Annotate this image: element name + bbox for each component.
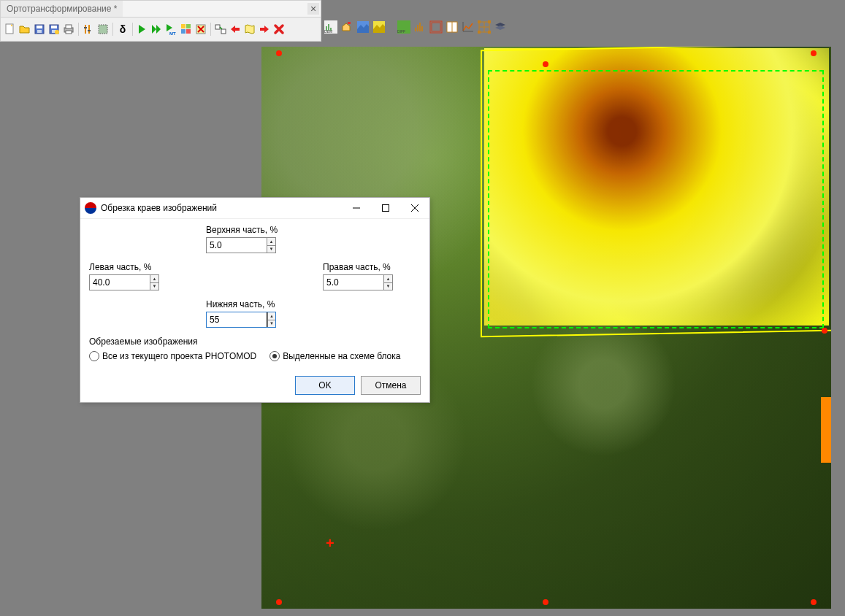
save-as-icon[interactable] bbox=[47, 23, 61, 36]
main-toolbar: Ортотрансформирование * × δ bbox=[0, 0, 321, 42]
minimize-button[interactable] bbox=[346, 201, 367, 215]
secondary-toolbar: DEM DIFF bbox=[324, 20, 507, 34]
spin-up-icon[interactable]: ▲ bbox=[384, 275, 392, 283]
fiducial-mark bbox=[811, 50, 817, 56]
terrain-blue-icon[interactable] bbox=[356, 20, 370, 34]
fiducial-mark bbox=[276, 50, 282, 56]
spin-down-icon[interactable]: ▼ bbox=[268, 320, 275, 328]
diff-green-icon[interactable]: DIFF bbox=[397, 20, 410, 34]
spin-down-icon[interactable]: ▼ bbox=[267, 246, 275, 253]
fiducial-mark bbox=[822, 328, 827, 334]
spin-down-icon[interactable]: ▼ bbox=[384, 283, 392, 290]
chart-line-icon[interactable] bbox=[462, 20, 475, 34]
top-percent-input[interactable] bbox=[207, 238, 267, 253]
fiducial-mark bbox=[543, 61, 548, 67]
svg-rect-37 bbox=[417, 25, 418, 31]
app-icon bbox=[85, 202, 96, 214]
settings-icon[interactable] bbox=[82, 23, 95, 36]
play-icon[interactable] bbox=[136, 23, 149, 36]
map-sheet-icon[interactable] bbox=[243, 23, 256, 36]
svg-rect-9 bbox=[66, 25, 72, 28]
fast-forward-icon[interactable] bbox=[150, 23, 164, 36]
left-percent-input[interactable] bbox=[90, 275, 150, 290]
svg-rect-2 bbox=[37, 26, 42, 28]
svg-rect-51 bbox=[478, 31, 481, 34]
close-x-icon[interactable] bbox=[272, 23, 286, 36]
spin-down-icon[interactable]: ▼ bbox=[150, 283, 158, 290]
stack-icon[interactable] bbox=[494, 20, 507, 34]
spin-up-icon[interactable]: ▲ bbox=[267, 238, 275, 246]
terrain-yellow-icon[interactable] bbox=[372, 20, 386, 34]
dialog-title: Обрезка краев изображений bbox=[101, 203, 346, 213]
svg-rect-36 bbox=[415, 28, 416, 31]
svg-rect-31 bbox=[348, 22, 351, 24]
svg-rect-13 bbox=[84, 27, 87, 28]
delta-icon[interactable]: δ bbox=[116, 23, 129, 36]
svg-rect-11 bbox=[85, 25, 86, 34]
svg-rect-12 bbox=[88, 25, 90, 34]
svg-rect-24 bbox=[234, 28, 240, 31]
save-icon[interactable] bbox=[33, 23, 46, 36]
bottom-percent-spinner[interactable]: ▲▼ bbox=[206, 312, 276, 328]
svg-rect-52 bbox=[488, 31, 491, 34]
arrow-right-red-icon[interactable] bbox=[258, 23, 271, 36]
target-crosshair-icon: + bbox=[326, 536, 340, 550]
histogram-icon[interactable] bbox=[413, 20, 427, 34]
maximize-button[interactable] bbox=[375, 201, 396, 215]
arrow-left-red-icon[interactable] bbox=[229, 23, 242, 36]
radio-icon bbox=[269, 351, 280, 361]
svg-rect-5 bbox=[51, 26, 57, 28]
tab-close-button[interactable]: × bbox=[307, 3, 319, 15]
svg-rect-54 bbox=[383, 205, 389, 212]
ok-button[interactable]: OK bbox=[295, 376, 355, 395]
right-percent-input[interactable] bbox=[324, 275, 383, 290]
open-folder-icon[interactable] bbox=[18, 23, 31, 36]
dem-icon[interactable]: DEM bbox=[324, 20, 337, 34]
house-flag-icon[interactable] bbox=[340, 20, 353, 34]
delete-x-icon[interactable] bbox=[194, 23, 207, 36]
svg-rect-18 bbox=[186, 24, 191, 28]
svg-rect-25 bbox=[260, 28, 265, 31]
ortho-tab[interactable]: Ортотрансформирование * bbox=[1, 1, 123, 17]
svg-rect-39 bbox=[421, 26, 423, 31]
radio-all-project[interactable]: Все из текущего проекта PHOTOMOD bbox=[89, 351, 256, 361]
page-split-icon[interactable] bbox=[446, 20, 459, 34]
crop-edges-dialog: Обрезка краев изображений Верхняя часть,… bbox=[80, 197, 430, 403]
radio-selected-scheme[interactable]: Выделенные на схеме блока bbox=[269, 351, 400, 361]
svg-text:DIFF: DIFF bbox=[397, 29, 405, 34]
selection-rect-inner bbox=[488, 70, 824, 328]
right-percent-spinner[interactable]: ▲▼ bbox=[323, 274, 393, 290]
play-mt-icon[interactable]: MT bbox=[165, 23, 178, 36]
fiducial-mark bbox=[276, 599, 282, 605]
grid-frame-icon[interactable] bbox=[478, 20, 491, 34]
film-data-strip bbox=[821, 397, 831, 463]
svg-rect-14 bbox=[88, 30, 91, 31]
new-file-icon[interactable] bbox=[4, 23, 17, 36]
cancel-button[interactable]: Отмена bbox=[361, 376, 421, 395]
left-percent-spinner[interactable]: ▲▼ bbox=[89, 274, 159, 290]
svg-point-7 bbox=[55, 30, 59, 34]
dialog-titlebar[interactable]: Обрезка краев изображений bbox=[80, 198, 429, 219]
svg-rect-19 bbox=[181, 29, 186, 34]
svg-rect-17 bbox=[181, 24, 186, 28]
top-percent-spinner[interactable]: ▲▼ bbox=[206, 237, 276, 253]
mosaic-icon[interactable] bbox=[180, 23, 193, 36]
tab-bar: Ортотрансформирование * × bbox=[1, 1, 321, 18]
spin-up-icon[interactable]: ▲ bbox=[268, 312, 275, 320]
layers-red-icon[interactable] bbox=[429, 20, 443, 34]
spin-up-icon[interactable]: ▲ bbox=[150, 275, 158, 283]
bottom-percent-input[interactable] bbox=[207, 312, 267, 327]
close-button[interactable] bbox=[405, 201, 425, 215]
svg-text:DEM: DEM bbox=[324, 29, 332, 34]
print-icon[interactable] bbox=[62, 23, 75, 36]
radio-all-label: Все из текущего проекта PHOTOMOD bbox=[102, 351, 256, 361]
toolbar-row: δ MT bbox=[1, 18, 321, 41]
svg-text:MT: MT bbox=[169, 31, 176, 35]
svg-rect-49 bbox=[478, 20, 481, 23]
right-percent-label: Правая часть, % bbox=[323, 262, 440, 272]
grid-select-icon[interactable] bbox=[96, 23, 110, 36]
transfer-icon[interactable] bbox=[214, 23, 227, 36]
top-percent-label: Верхняя часть, % bbox=[206, 225, 323, 235]
svg-rect-41 bbox=[432, 23, 440, 31]
svg-rect-10 bbox=[66, 31, 72, 34]
